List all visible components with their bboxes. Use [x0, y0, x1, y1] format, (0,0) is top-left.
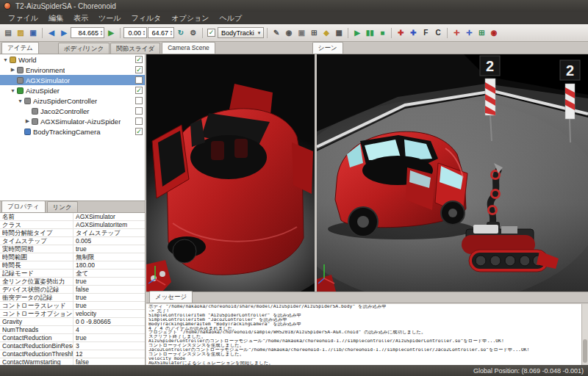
message-scrollbar[interactable] [581, 304, 588, 365]
wireframe-icon[interactable]: ▦ [333, 27, 345, 39]
save-project-icon[interactable]: ▣ [27, 27, 39, 39]
message-tab-row: メッセージ [146, 292, 588, 303]
seek-start-icon[interactable]: ◀ [46, 27, 57, 39]
property-row: 全リンク位置姿勢出力true [0, 278, 145, 286]
edit-mode-icon[interactable]: ✎ [270, 27, 282, 39]
property-value[interactable]: true [74, 294, 87, 301]
camera-scene-view[interactable] [146, 54, 315, 292]
property-value[interactable]: 0 0 -9.80665 [74, 318, 111, 325]
property-value[interactable]: false [74, 286, 89, 293]
resume-button[interactable]: ▶ [105, 27, 117, 39]
item-checkbox[interactable]: ✓ [135, 128, 143, 135]
flag-red-icon[interactable]: ✚ [395, 27, 406, 39]
tree-item-AizuSpider[interactable]: ▼AizuSpider✓ [0, 85, 145, 95]
expander-icon[interactable]: ▼ [17, 98, 24, 104]
tree-item-AGXSimulator[interactable]: AGXSimulator [0, 75, 145, 85]
item-checkbox[interactable] [135, 76, 143, 84]
min-time-spinbox[interactable]: 0.00▲▼ [123, 27, 147, 38]
close-button[interactable] [4, 2, 11, 10]
sim-stop-icon[interactable]: ■ [376, 27, 388, 39]
menu-編集[interactable]: 編集 [43, 12, 68, 25]
tab-link[interactable]: リンク [47, 201, 78, 212]
body-tracking-checkbox[interactable]: ✓ [207, 29, 215, 37]
menu-オプション[interactable]: オプション [166, 12, 214, 25]
camera-icon[interactable]: ▣ [295, 27, 307, 39]
timebar-config-icon[interactable]: ⚙ [187, 27, 199, 39]
property-value[interactable]: true [74, 245, 87, 253]
spin-arrows-icon[interactable]: ▲▼ [100, 30, 103, 35]
open-project-icon[interactable]: ▨ [15, 27, 26, 39]
item-checkbox[interactable] [135, 97, 143, 104]
max-time-spinbox[interactable]: 64.67▲▼ [148, 27, 174, 38]
property-label: ContactWarmstarting [0, 358, 74, 365]
expander-icon[interactable]: ▶ [10, 67, 16, 73]
collision-view-icon[interactable]: ◆ [320, 27, 332, 39]
capture-icon[interactable]: ◉ [488, 27, 500, 39]
property-value[interactable]: 180.00 [74, 261, 95, 269]
item-checkbox[interactable]: ✓ [135, 56, 143, 63]
tree-item-World[interactable]: ▼World✓ [0, 54, 145, 65]
menu-ツール[interactable]: ツール [93, 12, 126, 25]
item-checkbox[interactable] [135, 107, 143, 115]
grid-green-icon[interactable]: ⊞ [476, 27, 487, 39]
tree-item-Environment[interactable]: ▶Environment✓ [0, 65, 145, 75]
property-value[interactable]: 4 [74, 326, 79, 333]
refresh-icon[interactable]: ↻ [175, 27, 187, 39]
play-button[interactable]: ▶ [58, 27, 70, 39]
message-scrollbar-thumb[interactable] [583, 339, 587, 363]
property-value[interactable]: 0.005 [74, 237, 91, 245]
property-value[interactable]: 全て [74, 270, 88, 277]
flag-blue-icon[interactable]: ✚ [407, 27, 419, 39]
fit-view-icon[interactable]: ⊞ [308, 27, 320, 39]
property-value[interactable]: 12 [74, 350, 82, 358]
property-value[interactable]: 無制限 [74, 253, 95, 261]
first-person-icon[interactable]: ◉ [283, 27, 295, 39]
title-bar[interactable]: T2-AizuSpiderSA - Choreonoid [0, 0, 588, 12]
property-value[interactable]: true [74, 334, 87, 341]
menu-ファイル[interactable]: ファイル [3, 12, 43, 25]
item-checkbox[interactable]: ✓ [135, 66, 143, 73]
property-value[interactable]: AGXSimulatorItem [74, 221, 127, 228]
property-value[interactable]: タイムステップ [74, 229, 121, 236]
frame-c-icon[interactable]: C [432, 27, 444, 39]
menu-フィルタ[interactable]: フィルタ [126, 12, 166, 25]
tab-joint-slider[interactable]: 関節スライダ [110, 43, 160, 54]
axis-blue-icon[interactable]: ✛ [463, 27, 475, 39]
tab-camera-scene[interactable]: Camera Scene [162, 42, 215, 54]
sim-start-icon[interactable]: ▶ [351, 27, 363, 39]
tab-message[interactable]: メッセージ [149, 291, 193, 303]
menu-表示[interactable]: 表示 [68, 12, 93, 25]
property-value[interactable]: true [74, 302, 87, 309]
tab-body-link[interactable]: ボディ/リンク [58, 43, 110, 54]
message-panel[interactable]: ボディ "/home/nakaoka/choreonoid/share/mode… [146, 304, 588, 365]
tree-item-Jaco2Controller[interactable]: Jaco2Controller [0, 106, 145, 116]
expander-icon[interactable]: ▼ [2, 57, 9, 62]
tab-scene[interactable]: シーン [312, 42, 343, 54]
spin-arrows-icon[interactable]: ▲▼ [170, 30, 173, 35]
new-project-icon[interactable]: ▤ [2, 27, 14, 39]
time-spinbox[interactable]: 84.665▲▼ [71, 27, 104, 38]
expander-icon[interactable]: ▼ [10, 88, 16, 93]
tree-item-AizuSpiderController[interactable]: ▼AizuSpiderController [0, 95, 145, 106]
tab-property[interactable]: プロパティ [1, 200, 46, 212]
sim-pause-icon[interactable]: ▮▮ [364, 27, 376, 39]
scene-view[interactable]: 2 2 [317, 54, 588, 292]
property-value[interactable]: false [74, 358, 89, 365]
spin-arrows-icon[interactable]: ▲▼ [143, 30, 146, 35]
item-tree-panel[interactable]: ▼World✓▶Environment✓AGXSimulator▼AizuSpi… [0, 54, 146, 201]
camera-combo[interactable]: BodyTracki▾ [218, 27, 264, 38]
property-value[interactable]: 3 [74, 342, 79, 350]
expander-icon[interactable]: ▶ [24, 118, 31, 124]
axis-red-icon[interactable]: ✛ [451, 27, 462, 39]
property-value[interactable]: true [74, 278, 87, 285]
tree-item-BodyTrackingCamera[interactable]: BodyTrackingCamera✓ [0, 126, 145, 137]
property-value[interactable]: velocity [74, 310, 96, 317]
frame-f-icon[interactable]: F [420, 27, 431, 39]
property-panel[interactable]: 名前AGXSimulatorクラスAGXSimulatorItem時間分解能タイ… [0, 213, 146, 365]
tab-items[interactable]: アイテム [1, 42, 39, 54]
menu-ヘルプ[interactable]: ヘルプ [215, 12, 248, 25]
item-checkbox[interactable] [135, 118, 143, 125]
property-value[interactable]: AGXSimulator [74, 213, 115, 220]
tree-item-AGXSimulator-AizuSpider[interactable]: ▶AGXSimulator-AizuSpider [0, 116, 145, 126]
item-checkbox[interactable]: ✓ [135, 87, 143, 94]
